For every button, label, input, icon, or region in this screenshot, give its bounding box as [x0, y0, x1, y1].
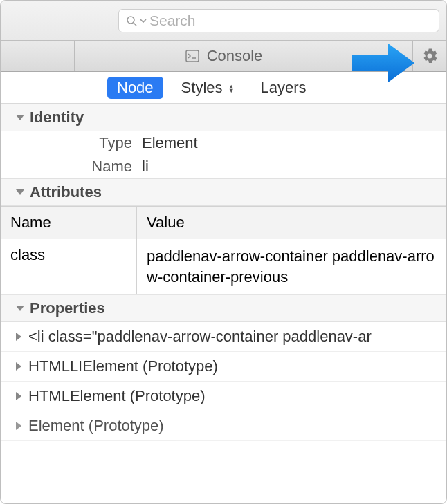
console-tab-button[interactable]: Console [185, 47, 263, 65]
tab-layers[interactable]: Layers [253, 77, 315, 99]
attribute-name: class [1, 239, 137, 294]
disclosure-right-icon [16, 422, 21, 430]
disclosure-down-icon [16, 115, 24, 120]
search-icon [126, 15, 137, 26]
property-label: Element (Prototype) [28, 417, 164, 435]
search-field-wrap[interactable] [118, 9, 439, 32]
attributes-table: Name Value class paddlenav-arrow-contain… [1, 206, 446, 295]
disclosure-right-icon [16, 392, 21, 400]
identity-name-label: Name [70, 158, 132, 176]
section-label: Properties [30, 299, 105, 317]
stepper-icon: ▲▼ [228, 84, 235, 93]
tab-styles-label: Styles [181, 79, 223, 96]
titlebar [1, 1, 446, 41]
disclosure-right-icon [16, 333, 21, 341]
identity-name-row: Name li [1, 155, 446, 178]
identity-type-label: Type [70, 134, 132, 152]
attributes-header-row: Name Value [1, 207, 446, 239]
section-header-identity[interactable]: Identity [1, 104, 446, 131]
identity-type-value: Element [142, 134, 198, 152]
svg-point-0 [127, 17, 134, 24]
property-row[interactable]: Element (Prototype) [1, 411, 446, 441]
attribute-row[interactable]: class paddlenav-arrow-container paddlena… [1, 239, 446, 295]
identity-type-row: Type Element [1, 131, 446, 155]
section-label: Attributes [30, 183, 102, 201]
divider [74, 41, 75, 71]
attribute-value: paddlenav-arrow-container paddlenav-arro… [137, 239, 446, 294]
disclosure-down-icon [16, 189, 24, 195]
tab-node[interactable]: Node [107, 77, 163, 99]
chevron-down-icon [140, 17, 147, 24]
property-label: <li class="paddlenav-arrow-container pad… [28, 328, 372, 346]
svg-rect-2 [186, 50, 199, 62]
disclosure-down-icon [16, 306, 24, 311]
property-label: HTMLLIElement (Prototype) [28, 357, 218, 375]
tab-styles[interactable]: Styles ▲▼ [173, 77, 243, 99]
inspector-window: Console Node Styles ▲▼ Layers Identity T… [0, 0, 447, 504]
property-row[interactable]: HTMLElement (Prototype) [1, 382, 446, 411]
settings-button[interactable] [419, 45, 441, 67]
identity-name-value: li [142, 158, 149, 176]
section-header-properties[interactable]: Properties [1, 295, 446, 322]
disclosure-right-icon [16, 362, 21, 371]
attributes-header-value: Value [137, 207, 446, 239]
property-row[interactable]: <li class="paddlenav-arrow-container pad… [1, 322, 446, 352]
section-label: Identity [30, 109, 84, 127]
callout-arrow-icon [352, 42, 414, 84]
property-label: HTMLElement (Prototype) [28, 387, 206, 405]
search-input[interactable] [149, 12, 432, 29]
attributes-header-name: Name [1, 207, 137, 239]
svg-line-1 [134, 23, 136, 26]
section-header-attributes[interactable]: Attributes [1, 178, 446, 206]
gear-icon [421, 48, 438, 64]
console-tab-label: Console [207, 47, 263, 65]
console-icon [185, 48, 200, 64]
property-row[interactable]: HTMLLIElement (Prototype) [1, 352, 446, 382]
